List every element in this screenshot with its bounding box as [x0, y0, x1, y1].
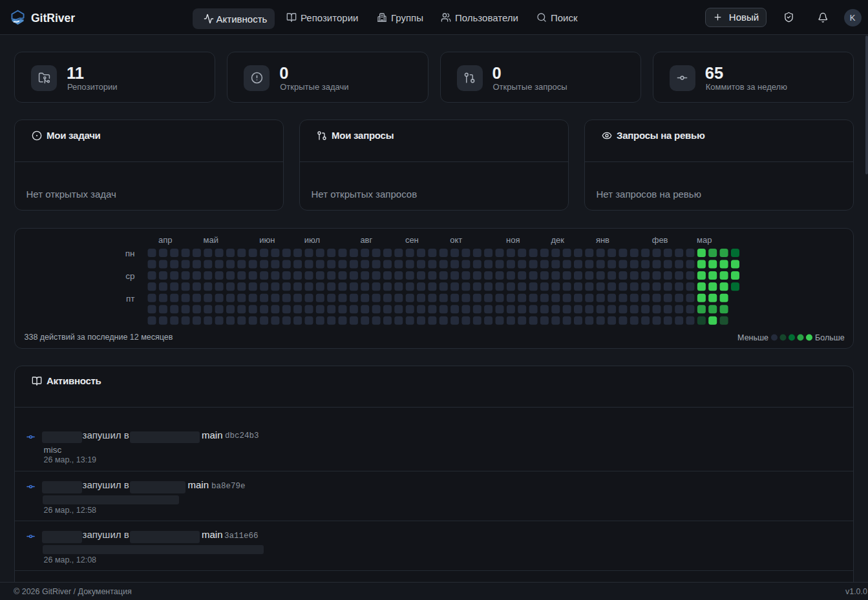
svg-text:пт: пт — [126, 293, 135, 303]
svg-text:июл: июл — [304, 234, 320, 244]
svg-text:янв: янв — [596, 234, 609, 244]
svg-text:май: май — [204, 234, 218, 244]
svg-text:ср: ср — [125, 271, 134, 280]
svg-text:пн: пн — [125, 249, 135, 258]
svg-text:июн: июн — [259, 234, 275, 244]
svg-text:ноя: ноя — [506, 234, 520, 244]
svg-text:Больше: Больше — [815, 333, 845, 342]
svg-text:сен: сен — [405, 234, 419, 244]
svg-text:апр: апр — [158, 234, 173, 244]
svg-text:авг: авг — [360, 234, 372, 244]
svg-text:фев: фев — [652, 234, 668, 244]
svg-text:окт: окт — [450, 234, 462, 244]
svg-text:мар: мар — [697, 234, 712, 244]
svg-text:Меньше: Меньше — [737, 333, 768, 342]
svg-text:дек: дек — [551, 234, 565, 244]
svg-text:338 действий за последние 12 м: 338 действий за последние 12 месяцев — [25, 332, 173, 341]
